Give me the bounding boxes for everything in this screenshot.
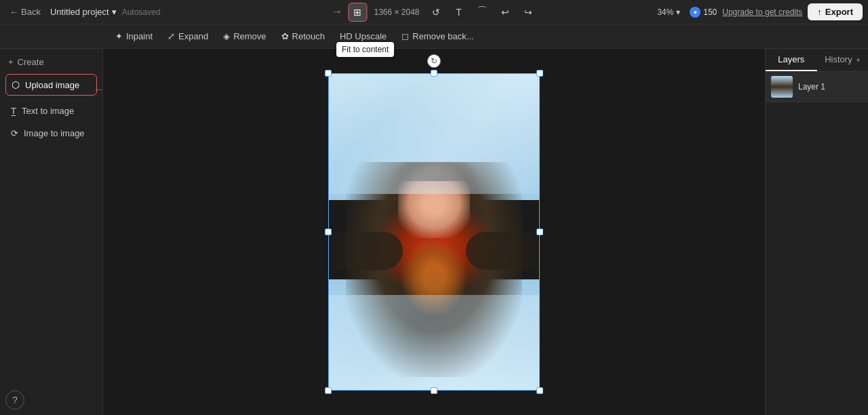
expand-icon: ⤢ [167,31,175,41]
inpaint-button[interactable]: ✦ Inpaint [108,28,159,44]
toolbar: ✦ Inpaint ⤢ Expand ◈ Remove ✿ Retouch HD… [0,24,868,49]
credits-icon: ● [690,7,701,18]
remove-label: Remove [233,31,266,41]
retouch-label: Retouch [292,31,325,41]
tab-history[interactable]: History ▾ [817,49,869,71]
main-body: + Create ⬡ Upload image ← T̲ Text to ima… [0,49,868,415]
canvas-wrapper: ↻ [328,73,540,391]
help-button[interactable]: ? [5,391,24,410]
handle-bottom-right[interactable] [536,387,543,394]
topbar-right: 34% ▾ ● 150 Upgrade to get credits ↑ Exp… [653,3,863,20]
retouch-icon: ✿ [281,31,289,41]
right-panel: Layers History ▾ Layer 1 [765,49,868,415]
expand-button[interactable]: ⤢ Expand [161,28,215,44]
redo-button[interactable]: ↪ [519,3,538,22]
hd-label: HD Upscale [340,31,387,41]
expand-label: Expand [178,31,208,41]
text-tool-button[interactable]: T [450,3,469,22]
back-label: Back [21,7,41,17]
rotate-handle[interactable]: ↻ [427,54,441,68]
history-chevron-icon: ▾ [856,56,860,64]
handle-top-middle[interactable] [431,70,437,77]
layer-thumbnail [771,76,793,98]
autosaved-label: Autosaved [122,7,161,17]
inpaint-label: Inpaint [126,31,153,41]
fit-to-content-button[interactable]: ⊞ [348,3,367,22]
project-chevron-icon: ▾ [112,7,117,17]
upload-icon: ⬡ [12,79,20,90]
back-button[interactable]: ← Back [5,5,45,18]
remove-button[interactable]: ◈ Remove [216,28,273,44]
create-plus-icon: + [8,57,14,67]
credits-count: 150 [703,7,717,17]
help-icon: ? [12,395,18,406]
export-label: Export [825,7,853,17]
undo-button[interactable]: ↩ [496,3,515,22]
handle-top-left[interactable] [325,70,332,77]
canvas-image [328,73,540,391]
remove-background-button[interactable]: ◻ Remove back... [395,28,480,44]
project-name[interactable]: Untitled project ▾ [50,7,117,17]
image-to-image-label: Image to image [24,128,85,138]
topbar: ← Back Untitled project ▾ Autosaved → ⊞ … [0,0,868,24]
text-to-image-icon: T̲ [11,106,16,116]
right-panel-tabs: Layers History ▾ [766,49,868,72]
fit-to-content-tooltip: Fit to content [336,42,394,57]
tooltip-text: Fit to content [342,45,389,54]
credits-badge: ● 150 [690,7,717,18]
sidebar-item-text-to-image[interactable]: T̲ Text to image [5,101,97,121]
layers-tab-label: Layers [778,54,804,64]
rotate-icon: ↻ [431,56,437,66]
tab-layers[interactable]: Layers [766,49,817,71]
dimension-label: 1366 × 2048 [374,7,419,17]
text-to-image-label: Text to image [22,106,74,116]
retouch-button[interactable]: ✿ Retouch [275,28,332,44]
project-title: Untitled project [50,7,109,17]
zoom-value: 34% [657,7,673,17]
remove-bg-icon: ◻ [401,31,409,41]
handle-bottom-middle[interactable] [431,387,437,394]
zoom-chevron-icon: ▾ [676,7,680,17]
upload-label: Upload image [25,80,79,90]
handle-middle-right[interactable] [536,229,543,235]
handle-middle-left[interactable] [325,229,332,235]
sidebar-bottom: ? [5,385,97,410]
back-arrow-icon: ← [9,7,18,17]
history-tab-label: History [825,54,852,64]
remove-bg-label: Remove back... [412,31,473,41]
top-arrow-annotation: → [330,5,342,19]
move-tool-button[interactable]: ↺ [427,3,446,22]
sidebar-item-upload[interactable]: ⬡ Upload image [5,74,97,96]
image-to-image-icon: ⟳ [11,128,18,138]
create-label: Create [18,57,44,67]
sidebar-item-image-to-image[interactable]: ⟳ Image to image [5,123,97,143]
topbar-center-tools: → ⊞ 1366 × 2048 ↺ T ⌒ ↩ ↪ [330,3,537,22]
canvas-area[interactable]: ↻ [103,49,765,415]
remove-icon: ◈ [223,31,230,41]
pen-tool-button[interactable]: ⌒ [473,3,492,22]
export-icon: ↑ [817,7,822,17]
layer-item-1[interactable]: Layer 1 [766,72,868,102]
topbar-left: ← Back Untitled project ▾ Autosaved [5,5,160,18]
zoom-control[interactable]: 34% ▾ [653,6,684,18]
handle-top-right[interactable] [536,70,543,77]
inpaint-icon: ✦ [115,31,123,41]
export-button[interactable]: ↑ Export [808,3,863,20]
upgrade-button[interactable]: Upgrade to get credits [722,7,802,17]
sidebar-create-header: + Create [5,54,97,70]
layer-name: Layer 1 [798,82,825,92]
handle-bottom-left[interactable] [325,387,332,394]
sidebar: + Create ⬡ Upload image ← T̲ Text to ima… [0,49,103,415]
